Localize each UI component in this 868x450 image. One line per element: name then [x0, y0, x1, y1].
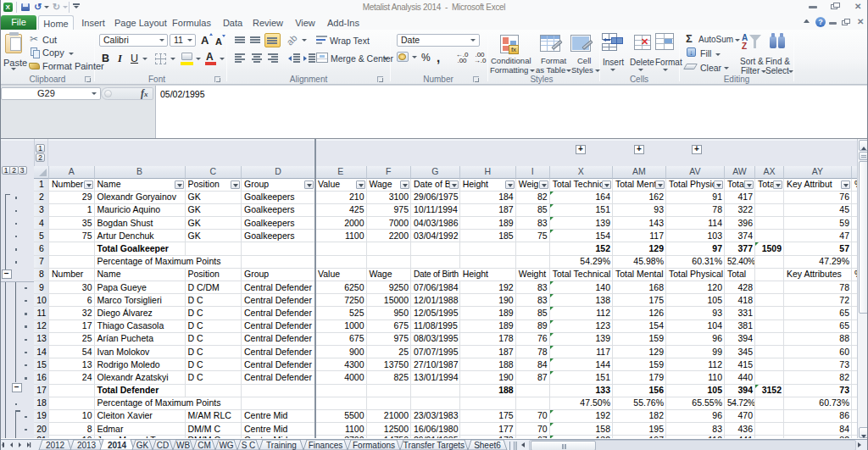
- svg-text:Finances: Finances: [309, 441, 343, 450]
- svg-text:Formations: Formations: [353, 441, 395, 450]
- svg-text:Transfer Targets: Transfer Targets: [403, 441, 465, 450]
- svg-text:2013: 2013: [77, 441, 97, 450]
- svg-text:CM: CM: [198, 441, 211, 450]
- svg-text:GK: GK: [136, 441, 149, 450]
- svg-text:Sheet6: Sheet6: [474, 441, 501, 450]
- svg-text:CD: CD: [157, 441, 169, 450]
- svg-text:2012: 2012: [46, 441, 65, 450]
- svg-text:S C: S C: [242, 441, 256, 450]
- svg-text:2014: 2014: [108, 441, 127, 450]
- svg-text:Training: Training: [266, 441, 297, 450]
- svg-text:WB: WB: [176, 441, 190, 450]
- svg-text:WG: WG: [219, 441, 233, 450]
